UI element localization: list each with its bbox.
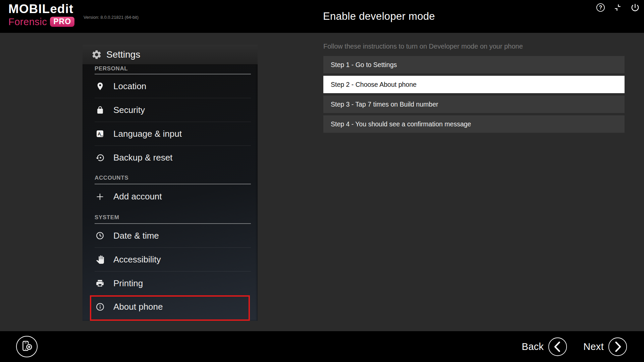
back-button[interactable] (548, 337, 567, 356)
page-title: Enable developer mode (323, 10, 435, 22)
language-icon: A (95, 128, 105, 139)
settings-item-security[interactable]: Security (83, 98, 258, 122)
help-icon[interactable]: ? (596, 3, 605, 12)
section-divider (95, 184, 251, 184)
settings-item-add-account[interactable]: Add account (83, 184, 258, 209)
section-divider (95, 74, 251, 74)
phone-plus-icon (20, 340, 34, 354)
settings-item-about-phone[interactable]: About phone (83, 295, 258, 319)
add-device-button[interactable] (16, 336, 38, 357)
logo-forensic: Forensic (8, 17, 47, 27)
settings-item-accessibility[interactable]: Accessibility (83, 248, 258, 271)
logo-pro-badge: PRO (50, 17, 74, 27)
settings-item-date-time[interactable]: Date & time (83, 224, 258, 247)
info-icon (95, 302, 105, 312)
location-pin-icon (95, 81, 105, 92)
logo-line2: Forensic PRO (8, 17, 74, 27)
logo-mobiledit: MOBILedit (8, 3, 74, 15)
settings-item-printing[interactable]: Printing (83, 272, 258, 295)
settings-item-language-input[interactable]: A Language & input (83, 122, 258, 145)
settings-item-backup-reset[interactable]: Backup & reset (83, 146, 258, 169)
back-label: Back (522, 341, 544, 352)
next-button[interactable] (608, 337, 627, 356)
section-divider (95, 223, 251, 224)
next-label: Next (583, 341, 604, 352)
top-header: MOBILedit Forensic PRO Version: 8.0.0.21… (0, 0, 644, 33)
instructions-lead: Follow these instructions to turn on Dev… (323, 43, 523, 50)
hand-icon (95, 254, 105, 265)
gear-icon (91, 49, 102, 60)
app-logo: MOBILedit Forensic PRO (8, 3, 74, 27)
step-3[interactable]: Step 3 - Tap 7 times on Build number (323, 96, 625, 113)
clock-icon (95, 230, 105, 241)
section-accounts: ACCOUNTS (83, 169, 258, 184)
settings-item-location[interactable]: Location (83, 74, 258, 98)
section-personal: PERSONAL (83, 65, 258, 74)
section-system: SYSTEM (83, 209, 258, 224)
phone-settings-list: PERSONAL Location Security (83, 65, 258, 319)
power-icon[interactable] (630, 3, 640, 12)
phone-settings-screenshot: Settings PERSONAL Location Security (83, 45, 258, 321)
plus-icon (95, 191, 105, 202)
step-2[interactable]: Step 2 - Choose About phone (323, 76, 625, 93)
svg-text:A: A (98, 131, 101, 136)
wizard-nav: Back Next (522, 331, 627, 362)
step-4[interactable]: Step 4 - You should see a confirmation m… (323, 115, 625, 133)
window-controls: ? (596, 2, 640, 13)
phone-settings-title: Settings (106, 49, 140, 60)
app-window: MOBILedit Forensic PRO Version: 8.0.0.21… (0, 0, 644, 362)
svg-text:?: ? (599, 5, 602, 10)
version-label: Version: 8.0.0.21821 (64-bit) (84, 15, 139, 20)
step-1[interactable]: Step 1 - Go to Settings (323, 56, 625, 73)
phone-settings-header: Settings (83, 45, 258, 65)
lock-icon (95, 105, 105, 115)
printer-icon (95, 278, 105, 289)
restore-window-icon[interactable] (613, 3, 622, 12)
backup-restore-icon (95, 152, 105, 163)
bottom-bar: Back Next (0, 331, 644, 362)
